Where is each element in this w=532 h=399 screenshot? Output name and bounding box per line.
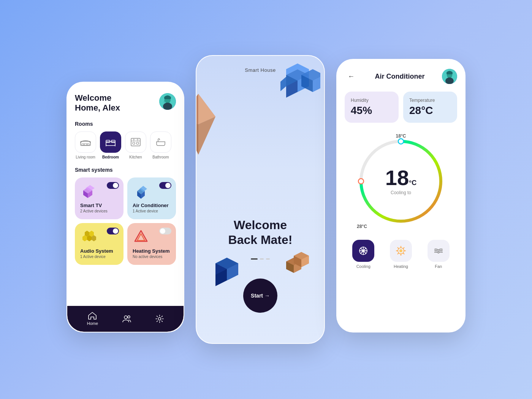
temp-center-display: 18 °C Cooling to [385, 167, 417, 195]
mode-fan[interactable]: Fan [428, 240, 450, 269]
systems-section-title: Smart systems [75, 167, 176, 173]
system-tv-card[interactable]: Smart TV 2 Active devices [75, 177, 124, 219]
dots-indicator [251, 258, 270, 260]
svg-rect-4 [82, 144, 84, 145]
mode-buttons: Cooling [345, 240, 457, 269]
welcome-title: WelcomeHome, Alex [75, 93, 120, 113]
cooling-icon-box [352, 240, 374, 262]
svg-point-31 [124, 316, 127, 319]
room-bathroom-icon-box [150, 131, 171, 153]
dot-active [251, 258, 258, 260]
temp-label-min: 18°C [396, 133, 406, 139]
system-ac-card[interactable]: Air Conditioner 1 Active device [127, 177, 176, 219]
svg-point-33 [158, 318, 161, 320]
audio-icon [80, 228, 97, 245]
svg-rect-9 [111, 140, 115, 142]
heating-label: Heating [394, 264, 408, 269]
smart-house-label: Smart House [245, 67, 276, 73]
deco-blue-top [279, 63, 317, 105]
dot-2 [260, 258, 264, 260]
svg-point-64 [358, 179, 364, 184]
tv-toggle-knob [113, 183, 118, 188]
ac-toggle-knob [165, 183, 171, 188]
ac-icon [133, 183, 149, 200]
tv-status: 2 Active devices [80, 209, 118, 213]
system-audio-card[interactable]: Audio System 1 Active device [75, 223, 124, 265]
avatar[interactable] [159, 93, 176, 110]
room-kitchen[interactable]: Kitchen [125, 131, 146, 159]
nav-users[interactable] [122, 315, 131, 323]
room-kitchen-label: Kitchen [129, 155, 142, 159]
audio-status: 1 Active device [80, 255, 118, 259]
tv-icon [80, 183, 97, 200]
temp-label-max: 28°C [357, 224, 367, 229]
heating-toggle[interactable] [159, 228, 171, 234]
welcome-line1: Welcome [234, 218, 287, 232]
systems-grid: Smart TV 2 Active devices [75, 177, 176, 265]
audio-toggle-knob [113, 228, 118, 234]
ac-avatar[interactable] [442, 69, 457, 84]
phone-home: WelcomeHome, Alex Rooms [66, 82, 184, 332]
svg-point-14 [133, 142, 135, 144]
humidity-label: Humidity [351, 98, 393, 103]
back-button[interactable]: ← [345, 71, 358, 82]
tv-name: Smart TV [80, 203, 118, 208]
phone-welcome: Smart House [196, 55, 325, 344]
fan-icon-box [428, 240, 450, 262]
nav-home[interactable]: Home [87, 312, 98, 326]
temp-unit: °C [409, 179, 416, 187]
ac-status: 1 Active device [133, 209, 171, 213]
room-bathroom[interactable]: Bathroom [150, 131, 171, 159]
nav-settings[interactable] [155, 315, 164, 323]
audio-toggle[interactable] [107, 228, 119, 234]
svg-line-77 [397, 248, 399, 249]
ac-toggle[interactable] [159, 182, 171, 189]
welcome-screen-content: Smart House [196, 56, 324, 343]
ac-header: ← Air Conditioner [345, 69, 457, 84]
room-living-icon-box [75, 131, 96, 153]
room-bedroom[interactable]: Bedroom [100, 131, 121, 159]
ac-title: Air Conditioner [375, 73, 425, 81]
welcome-big-text: Welcome Back Mate! [228, 218, 293, 247]
dot-3 [266, 258, 270, 260]
room-bedroom-label: Bedroom [102, 155, 119, 159]
bottom-nav: Home [67, 306, 184, 332]
welcome-line2: Back Mate! [228, 233, 293, 247]
tv-toggle[interactable] [107, 182, 119, 189]
room-living-label: Living room [76, 155, 95, 159]
nav-home-label: Home [87, 321, 98, 326]
mode-cooling[interactable]: Cooling [352, 240, 374, 269]
humidity-value: 45% [351, 104, 393, 117]
svg-rect-12 [131, 138, 140, 146]
svg-point-63 [398, 139, 404, 144]
ac-content: ← Air Conditioner Humidity 45% [337, 60, 465, 278]
deco-diamond [196, 94, 215, 156]
svg-marker-38 [280, 77, 286, 91]
svg-point-72 [399, 249, 402, 252]
deco-blue-bottom [208, 252, 242, 290]
heating-toggle-knob [160, 228, 165, 234]
heating-status: No active devices [133, 255, 171, 259]
start-button[interactable]: Start → [243, 279, 277, 313]
heating-icon-box [390, 240, 412, 262]
svg-rect-5 [87, 144, 89, 145]
rooms-grid: Living room Bedroom [75, 131, 176, 159]
rooms-section-title: Rooms [75, 121, 176, 127]
phone-ac: ← Air Conditioner Humidity 45% [336, 59, 466, 332]
fan-label: Fan [435, 264, 442, 269]
home-header: WelcomeHome, Alex [75, 93, 176, 113]
svg-line-79 [403, 248, 404, 249]
svg-rect-6 [84, 144, 87, 145]
svg-point-32 [128, 316, 130, 318]
svg-rect-8 [106, 140, 110, 142]
mode-heating[interactable]: Heating [390, 240, 412, 269]
temperature-value: 28°C [409, 104, 451, 117]
stat-cards: Humidity 45% Temperature 28°C [345, 92, 457, 123]
temperature-label: Temperature [409, 98, 451, 103]
temp-dial-container: 18°C 28°C 18 °C Cooling to [345, 132, 457, 231]
svg-point-17 [137, 139, 138, 140]
room-kitchen-icon-box [125, 131, 146, 153]
room-living[interactable]: Living room [75, 131, 96, 159]
system-heating-card[interactable]: Heating System No active devices [127, 223, 176, 265]
temperature-card: Temperature 28°C [403, 92, 457, 123]
